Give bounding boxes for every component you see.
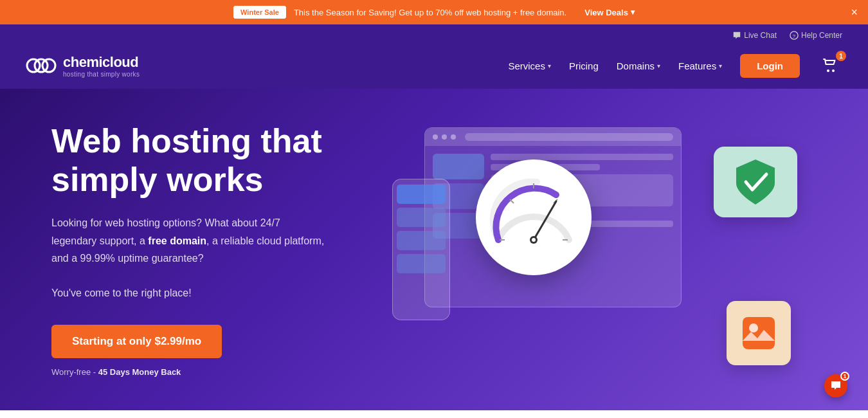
hero-description: Looking for web hosting options? What ab…	[51, 214, 328, 302]
logo-name: chemicloud	[63, 54, 140, 71]
phone-mockup	[392, 179, 450, 320]
hero-cta-button[interactable]: Starting at only $2.99/mo	[51, 325, 222, 358]
chat-icon	[732, 31, 741, 40]
shield-badge	[714, 147, 797, 217]
image-card	[727, 301, 791, 365]
svg-text:?: ?	[793, 33, 796, 39]
hero-illustration	[386, 114, 817, 385]
chevron-down-icon: ▾	[548, 62, 551, 69]
main-header: chemicloud hosting that simply works Ser…	[0, 42, 868, 89]
hero-section: Web hosting that simply works Looking fo…	[0, 89, 868, 410]
svg-rect-15	[743, 317, 775, 349]
nav-features[interactable]: Features ▾	[678, 60, 722, 71]
speedometer-illustration	[476, 159, 592, 275]
help-center-link[interactable]: ? Help Center	[790, 31, 842, 40]
logo-tagline: hosting that simply works	[63, 71, 140, 78]
view-deals-button[interactable]: View Deals ▾	[584, 8, 635, 17]
live-chat-link[interactable]: Live Chat	[732, 31, 777, 40]
chat-bubble-button[interactable]: 1	[824, 374, 847, 397]
promo-banner: Winter Sale This the Season for Saving! …	[0, 0, 868, 24]
svg-point-16	[749, 323, 758, 332]
logo-icon	[26, 53, 57, 78]
hero-moneyback: Worry-free - 45 Days Money Back	[51, 367, 386, 377]
banner-text: This the Season for Saving! Get up to 70…	[294, 8, 566, 17]
chat-bubble-icon	[829, 379, 842, 392]
svg-point-6	[832, 69, 835, 72]
nav-domains[interactable]: Domains ▾	[617, 60, 660, 71]
svg-point-5	[827, 69, 829, 72]
hero-content: Web hosting that simply works Looking fo…	[51, 122, 386, 377]
nav-services[interactable]: Services ▾	[508, 60, 551, 71]
winter-sale-badge: Winter Sale	[233, 6, 286, 19]
hero-title: Web hosting that simply works	[51, 122, 386, 199]
close-icon[interactable]: ×	[851, 6, 858, 18]
chevron-down-icon: ▾	[631, 8, 635, 17]
logo[interactable]: chemicloud hosting that simply works	[26, 53, 140, 78]
login-button[interactable]: Login	[740, 54, 800, 78]
help-icon: ?	[790, 31, 799, 40]
cart-button[interactable]: 1	[818, 53, 842, 78]
chat-notification-badge: 1	[840, 372, 849, 381]
utility-nav: Live Chat ? Help Center	[0, 24, 868, 42]
nav-pricing[interactable]: Pricing	[569, 60, 599, 71]
chevron-down-icon: ▾	[719, 62, 722, 69]
svg-line-10	[510, 199, 514, 203]
chevron-down-icon: ▾	[657, 62, 660, 69]
svg-point-4	[42, 59, 55, 72]
cart-count-badge: 1	[836, 51, 846, 61]
main-nav: Services ▾ Pricing Domains ▾ Features ▾ …	[508, 53, 842, 78]
cart-icon	[822, 57, 838, 74]
svg-point-14	[532, 238, 536, 242]
